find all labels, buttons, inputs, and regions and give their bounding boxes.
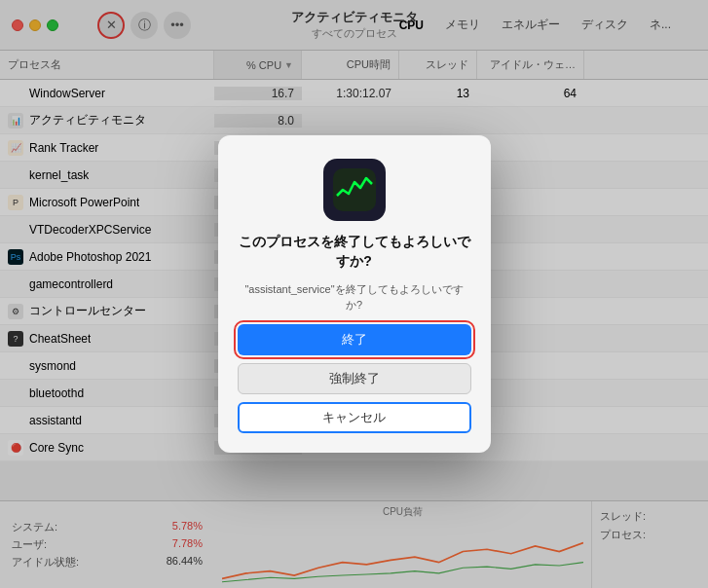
dialog-app-icon: [323, 159, 386, 221]
dialog-buttons: 終了 強制終了 キャンセル: [238, 324, 471, 433]
quit-dialog: このプロセスを終了してもよろしいですか? "assistant_service"…: [218, 135, 491, 453]
svg-rect-0: [333, 168, 376, 211]
activity-monitor-icon-svg: [333, 168, 376, 211]
force-quit-button[interactable]: 強制終了: [238, 363, 471, 394]
cancel-button[interactable]: キャンセル: [238, 402, 471, 433]
dialog-title: このプロセスを終了してもよろしいですか?: [238, 233, 471, 271]
quit-button[interactable]: 終了: [238, 324, 471, 355]
dialog-message: "assistant_service"を終了してもよろしいですか?: [238, 282, 471, 312]
dialog-overlay: このプロセスを終了してもよろしいですか? "assistant_service"…: [0, 0, 708, 588]
